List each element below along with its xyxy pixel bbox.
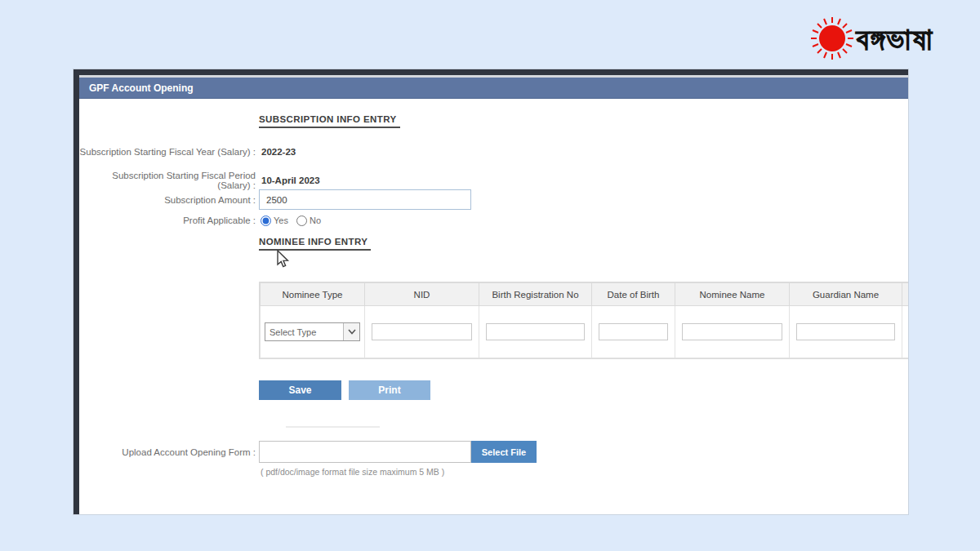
col-header-guardian-name: Guardian Name [790, 283, 902, 306]
col-header-nid: NID [365, 283, 479, 306]
col-header-nominee-name: Nominee Name [675, 283, 790, 306]
nominee-table: Nominee TypeNIDBirth Registration NoDate… [260, 282, 908, 358]
profit-applicable-label: Profit Applicable : [79, 216, 256, 225]
subscription-info-heading: SUBSCRIPTION INFO ENTRY [259, 114, 400, 128]
nominee-info-heading: NOMINEE INFO ENTRY [259, 237, 371, 251]
profit-applicable-row: Profit Applicable : YesNo [79, 214, 321, 227]
sun-icon [808, 15, 856, 62]
cell-input-guardian-name[interactable] [796, 323, 895, 340]
radio-label: Yes [274, 216, 288, 225]
cell-input-date-of-birth[interactable] [599, 323, 668, 340]
field-label: Subscription Starting Fiscal Period (Sal… [79, 171, 256, 190]
cell-input-nominee-name[interactable] [682, 323, 782, 340]
subscription-amount-label: Subscription Amount : [79, 195, 256, 205]
subscription-amount-input[interactable] [259, 189, 471, 210]
field-value: 2022-23 [261, 147, 296, 157]
profit-radio-no[interactable]: No [296, 216, 321, 226]
radio-input[interactable] [261, 216, 271, 226]
nominee-type-select[interactable]: Select Type [265, 322, 360, 341]
col-header-nominee-type: Nominee Type [261, 283, 365, 306]
upload-row: Upload Account Opening Form : Select Fil… [79, 441, 537, 463]
select-placeholder: Select Type [265, 327, 343, 337]
nominee-table-wrap: Nominee TypeNIDBirth Registration NoDate… [259, 282, 908, 359]
subscription-amount-row: Subscription Amount : [79, 189, 471, 210]
save-button[interactable]: Save [259, 380, 341, 400]
channel-name: বঙ্গভাষা [856, 15, 933, 62]
cell-input-birth-registration-no[interactable] [486, 323, 585, 340]
upload-label: Upload Account Opening Form : [79, 447, 256, 457]
chevron-down-icon[interactable] [343, 323, 359, 340]
upload-filename-input[interactable] [259, 441, 471, 463]
readonly-field-row: Subscription Starting Fiscal Year (Salar… [79, 147, 296, 157]
field-value: 10-April 2023 [261, 176, 320, 185]
col-header-date-of-birth: Date of Birth [592, 283, 675, 306]
upload-hint-text: ( pdf/doc/image format file size maximum… [261, 467, 444, 477]
select-file-button[interactable]: Select File [471, 441, 537, 463]
col-header-birth-registration-no: Birth Registration No [479, 283, 592, 306]
mouse-cursor-icon [275, 250, 290, 269]
col-header-clipped [902, 283, 909, 306]
panel-title: GPF Account Opening [79, 78, 908, 99]
profit-radio-yes[interactable]: Yes [261, 216, 288, 226]
print-button[interactable]: Print [349, 380, 430, 400]
gpf-form-panel: GPF Account Opening SUBSCRIPTION INFO EN… [74, 69, 908, 514]
faded-artifact-line [286, 426, 380, 428]
radio-input[interactable] [296, 216, 307, 226]
channel-logo: বঙ্গভাষা [808, 15, 933, 62]
profit-radio-group: YesNo [261, 216, 321, 226]
field-label: Subscription Starting Fiscal Year (Salar… [79, 147, 256, 157]
radio-label: No [310, 216, 321, 225]
cell-input-nid[interactable] [372, 323, 472, 340]
readonly-field-row: Subscription Starting Fiscal Period (Sal… [79, 171, 320, 190]
nominee-entry-row: Select Type [261, 306, 909, 358]
